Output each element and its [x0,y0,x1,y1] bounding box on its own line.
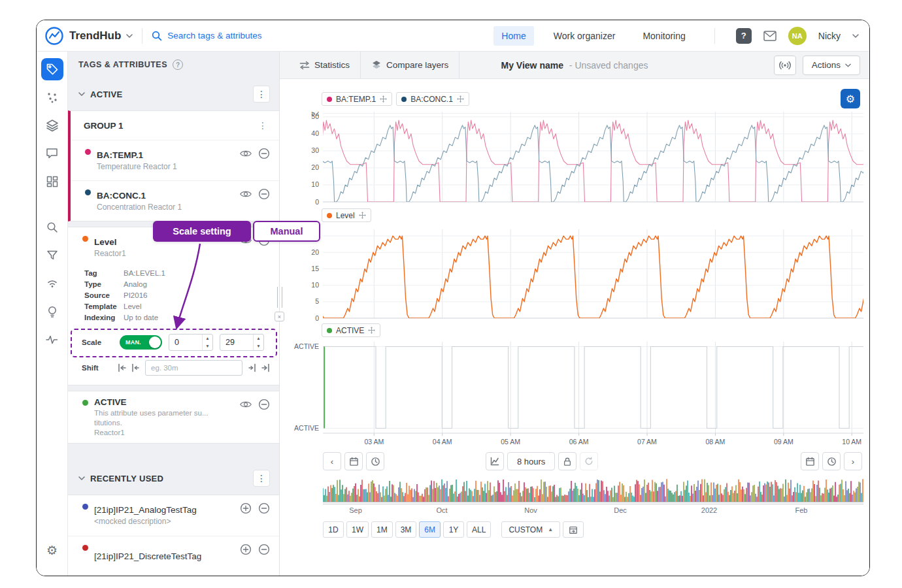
rail-settings-button[interactable]: ⚙ [41,539,63,561]
remove-minus-icon[interactable] [258,502,270,514]
search-input[interactable] [167,31,363,41]
remove-minus-icon[interactable] [258,188,270,200]
nav-work-organizer[interactable]: Work organizer [546,26,624,46]
brand-chevron-icon[interactable] [126,34,133,38]
avatar[interactable]: NA [788,27,807,45]
add-plus-icon[interactable] [240,502,252,514]
legend-chip[interactable]: BA:CONC.1 [396,92,469,106]
add-plus-icon[interactable] [240,544,252,555]
pan-right-button[interactable]: › [844,452,862,470]
visibility-eye-icon[interactable] [240,149,252,158]
mail-icon[interactable] [763,31,777,41]
increment-arrow-icon[interactable]: ▲ [203,335,212,342]
move-icon[interactable] [380,95,387,103]
trend-chart-temp-conc[interactable]: 0102030405052 [294,112,866,204]
preset-1d-button[interactable]: 1D [323,521,344,538]
rail-dashboards-button[interactable] [41,171,63,193]
duration-button[interactable]: 8 hours [507,452,555,470]
tag-row[interactable]: BA:TEMP.1 Temperature Reactor 1 [71,140,279,180]
manual-scale-toggle[interactable]: MAN. [120,335,162,350]
actions-label: Actions [812,60,841,70]
preset-all-button[interactable]: ALL [467,521,491,538]
custom-range-button[interactable]: CUSTOM ▲ [501,521,560,538]
shift-back-small-icon[interactable] [131,363,141,372]
list-item[interactable]: [21ip]IP21_DiscreteTestTag [68,536,279,576]
scale-setting-callout[interactable]: Scale setting [153,221,251,242]
remove-minus-icon[interactable] [258,148,270,159]
manual-callout[interactable]: Manual [253,221,320,242]
preset-1m-button[interactable]: 1M [371,521,393,538]
rail-tags-button[interactable] [41,58,63,80]
lock-duration-button[interactable] [558,452,576,470]
panel-collapse-button[interactable]: × [275,312,284,321]
broadcast-button[interactable] [774,56,796,75]
start-time-button[interactable] [366,452,384,470]
scale-min-input[interactable] [169,338,198,347]
start-calendar-button[interactable] [344,452,363,470]
visibility-eye-icon[interactable] [240,189,252,199]
shift-input[interactable] [145,360,242,376]
scale-max-input[interactable] [220,338,249,347]
active-attribute-card[interactable]: ACTIVE This attribute uses parameter su.… [68,391,279,444]
rail-layers-button[interactable] [41,114,63,137]
broadcast-icon [779,61,791,70]
user-chevron-icon[interactable] [852,34,859,38]
rail-live-button[interactable] [41,272,63,295]
shift-forward-small-icon[interactable] [247,363,256,372]
increment-arrow-icon[interactable]: ▲ [254,335,263,342]
move-icon[interactable] [457,95,464,103]
active-section-menu-button[interactable]: ⋮ [253,86,270,103]
rail-comments-button[interactable] [41,142,63,165]
panel-resize-handle[interactable] [277,287,282,308]
decrement-arrow-icon[interactable]: ▼ [203,342,212,350]
trend-chart-level[interactable]: 0510152025 [294,229,866,321]
help-icon[interactable]: ? [736,28,752,44]
statistics-button[interactable]: Statistics [289,52,360,78]
move-icon[interactable] [359,212,366,219]
chevron-down-icon[interactable] [78,92,85,96]
scale-min-stepper: ▲▼ [169,334,213,351]
chevron-down-icon [845,63,851,67]
tag-name: BA:TEMP.1 [97,150,234,161]
search-icon [152,31,162,41]
move-icon[interactable] [368,327,375,334]
trend-scale-button[interactable] [486,452,504,470]
end-time-button[interactable] [822,452,841,470]
jump-to-date-button[interactable] [563,521,584,538]
nav-monitoring[interactable]: Monitoring [635,26,693,46]
group-menu-button[interactable]: ⋮ [256,120,270,131]
nav-home[interactable]: Home [493,26,533,46]
panel-help-icon[interactable]: ? [173,59,183,70]
rail-ideas-button[interactable] [41,301,63,323]
preset-6m-button[interactable]: 6M [419,521,441,538]
preset-3m-button[interactable]: 3M [395,521,417,538]
legend-chip[interactable]: ACTIVE [322,323,380,337]
preset-1y-button[interactable]: 1Y [443,521,464,538]
rail-filter-button[interactable] [41,244,63,267]
legend-chip[interactable]: Level [322,208,371,222]
remove-minus-icon[interactable] [258,399,270,410]
rail-scatter-button[interactable] [41,86,63,108]
overview-context-strip[interactable] [323,478,863,502]
chart-settings-button[interactable]: ⚙ [841,89,860,108]
decrement-arrow-icon[interactable]: ▼ [254,342,263,350]
legend-chip[interactable]: BA:TEMP.1 [322,92,392,106]
recently-used-menu-button[interactable]: ⋮ [253,470,270,487]
refresh-button[interactable] [580,452,598,470]
preset-1w-button[interactable]: 1W [346,521,369,538]
visibility-eye-icon[interactable] [240,400,252,409]
pan-left-button[interactable]: ‹ [323,452,341,470]
shift-back-icon[interactable] [118,363,127,372]
list-item[interactable]: [21ip]IP21_AnalogTestTag <mocked descrip… [68,495,279,536]
remove-minus-icon[interactable] [258,544,270,555]
actions-button[interactable]: Actions [803,56,860,75]
trend-chart-active[interactable]: ACTIVEINACTIVE03 AM04 AM05 AM06 AM07 AM0… [294,342,866,449]
detail-label: Tag [84,268,124,279]
rail-search-button[interactable] [41,216,63,238]
rail-monitors-button[interactable] [41,329,63,351]
chevron-down-icon[interactable] [78,476,85,480]
tag-row[interactable]: BA:CONC.1 Concentration Reactor 1 [71,180,279,221]
compare-layers-button[interactable]: Compare layers [361,52,459,78]
end-calendar-button[interactable] [801,452,819,470]
shift-forward-icon[interactable] [261,363,270,372]
